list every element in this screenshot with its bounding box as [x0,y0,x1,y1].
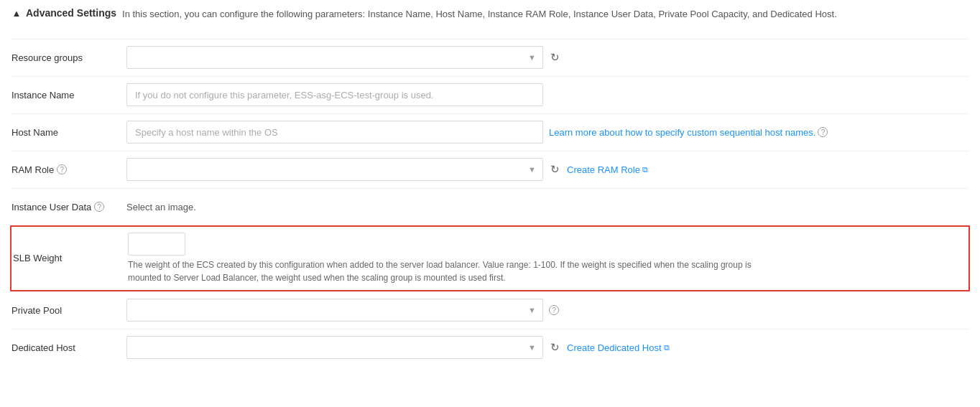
host-name-control: Learn more about how to specify custom s… [126,121,969,144]
resource-groups-refresh-icon[interactable]: ↻ [549,50,561,65]
section-header: ▲ Advanced Settings In this section, you… [11,7,969,27]
instance-user-data-help-icon[interactable]: ? [94,202,104,212]
slb-weight-row: SLB Weight 50 The weight of the ECS crea… [10,225,970,291]
slb-weight-label: SLB Weight [13,253,128,263]
slb-weight-control: 50 The weight of the ECS created by this… [128,233,967,284]
create-dedicated-host-text: Create Dedicated Host [567,342,662,353]
host-name-label: Host Name [11,127,126,138]
ram-role-control: ▼ ↻ Create RAM Role ⧉ [126,158,969,181]
private-pool-row: Private Pool ▼ ? [11,291,969,329]
dedicated-host-select-wrapper: ▼ [126,336,543,359]
private-pool-help-icon[interactable]: ? [549,305,559,315]
instance-name-label: Instance Name [11,90,126,100]
host-name-row: Host Name Learn more about how to specif… [11,113,969,151]
slb-weight-helper-text: The weight of the ECS created by this co… [128,258,775,284]
instance-user-data-label: Instance User Data ? [11,202,126,212]
host-name-link-text: Learn more about how to specify custom s… [549,127,815,138]
ram-role-select[interactable] [126,158,543,181]
instance-name-row: Instance Name [11,76,969,113]
create-ram-role-text: Create RAM Role [567,164,640,175]
slb-weight-input[interactable]: 50 [128,233,185,256]
collapse-icon[interactable]: ▲ [11,8,22,18]
host-name-input[interactable] [126,121,543,144]
resource-groups-control: ▼ ↻ [126,46,969,69]
dedicated-host-external-icon: ⧉ [664,343,670,352]
dedicated-host-select[interactable] [126,336,543,359]
instance-user-data-row: Instance User Data ? Select an image. [11,188,969,225]
instance-user-data-text: Select an image. [126,202,969,212]
advanced-settings-section: ▲ Advanced Settings In this section, you… [0,0,980,373]
resource-groups-row: Resource groups ▼ ↻ [11,39,969,76]
ram-role-select-wrapper: ▼ [126,158,543,181]
resource-groups-select[interactable] [126,46,543,69]
private-pool-select[interactable] [126,299,543,322]
instance-name-input[interactable] [126,83,543,106]
private-pool-select-wrapper: ▼ [126,299,543,322]
create-ram-role-link[interactable]: Create RAM Role ⧉ [567,164,648,175]
section-description: In this section, you can configure the f… [122,7,837,22]
instance-name-control [126,83,969,106]
ram-role-label: RAM Role ? [11,164,126,175]
ram-role-row: RAM Role ? ▼ ↻ Create RAM Role ⧉ [11,151,969,188]
ram-role-refresh-icon[interactable]: ↻ [549,162,561,177]
private-pool-label: Private Pool [11,305,126,316]
resource-groups-label: Resource groups [11,52,126,63]
ram-role-help-icon[interactable]: ? [57,164,67,174]
private-pool-control: ▼ ? [126,299,969,322]
dedicated-host-label: Dedicated Host [11,342,126,353]
dedicated-host-control: ▼ ↻ Create Dedicated Host ⧉ [126,336,969,359]
host-name-help-icon[interactable]: ? [818,127,828,137]
resource-groups-select-wrapper: ▼ [126,46,543,69]
dedicated-host-row: Dedicated Host ▼ ↻ Create Dedicated Host… [11,329,969,366]
dedicated-host-refresh-icon[interactable]: ↻ [549,340,561,355]
ram-role-external-icon: ⧉ [642,165,648,174]
create-dedicated-host-link[interactable]: Create Dedicated Host ⧉ [567,342,670,353]
section-title: Advanced Settings [26,7,116,19]
instance-user-data-control: Select an image. [126,202,969,212]
host-name-learn-more-link[interactable]: Learn more about how to specify custom s… [549,127,828,138]
